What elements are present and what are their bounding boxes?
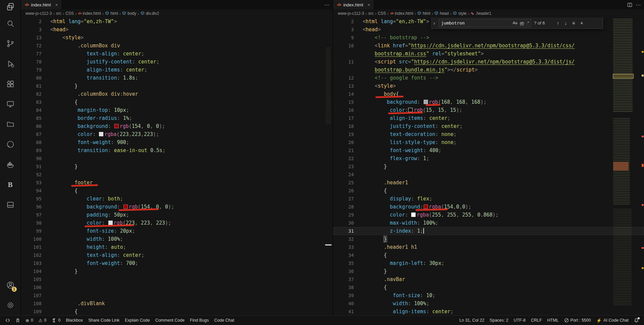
line-number[interactable]: 21: [333, 146, 363, 154]
code-line-93[interactable]: 93footer: [21, 179, 333, 187]
code-line-23[interactable]: 23}: [333, 162, 644, 171]
code-line-83[interactable]: 83{: [21, 98, 333, 106]
code-line-94[interactable]: 94{: [21, 187, 333, 195]
breadcrumb-item-css[interactable]: CSS: [378, 11, 386, 16]
color-swatch[interactable]: [408, 108, 413, 112]
code-line-106[interactable]: 106: [21, 283, 333, 291]
find-close-icon[interactable]: ×: [579, 20, 584, 27]
code-line-13[interactable]: 13<style>: [21, 34, 333, 42]
status-blackbox[interactable]: Blackbox: [63, 316, 86, 325]
find-input[interactable]: jumbotron Aa ab .*: [439, 19, 531, 27]
code-line-24[interactable]: 24: [333, 171, 644, 179]
code-line-18[interactable]: 18justify-content: center;: [333, 122, 644, 130]
code-editor-left[interactable]: 2<html lang="en,zh-TW">3<head>13<style>7…: [21, 17, 333, 315]
code-line-87[interactable]: 87color: rgba(223,223,223);: [21, 130, 333, 138]
code-line-101[interactable]: 101height: auto;: [21, 243, 333, 251]
line-number[interactable]: 40: [333, 299, 363, 308]
line-number[interactable]: 105: [21, 275, 50, 283]
code-line-17[interactable]: 17align-items: center;: [333, 114, 644, 122]
explorer-folder-icon[interactable]: [0, 114, 21, 134]
color-swatch[interactable]: [411, 213, 416, 217]
code-line-104[interactable]: 104}: [21, 267, 333, 275]
status-warnings[interactable]: ⚠0: [36, 316, 49, 325]
line-number[interactable]: 77: [21, 50, 50, 58]
line-number[interactable]: 107: [21, 291, 50, 299]
status-find-bugs[interactable]: Find Bugs: [187, 316, 211, 325]
breadcrumb-item-css[interactable]: CSS: [65, 11, 74, 16]
code-line-72[interactable]: 72.columnBox div: [21, 42, 333, 50]
code-line-27[interactable]: 27display: flex;: [333, 195, 644, 203]
match-case-icon[interactable]: Aa: [513, 21, 517, 25]
line-number[interactable]: 36: [333, 267, 363, 275]
code-line-19[interactable]: 19text-decoration: none;: [333, 130, 644, 138]
code-line-89[interactable]: 89transition: ease-in-out 0.5s;: [21, 146, 333, 154]
settings-icon[interactable]: [0, 295, 21, 315]
code-line-103[interactable]: 103font-weight: 700;: [21, 259, 333, 267]
code-line-30[interactable]: 30max-width: 100%;: [333, 219, 644, 227]
line-number[interactable]: 13: [333, 82, 363, 90]
split-editor-icon[interactable]: [627, 2, 632, 7]
color-swatch[interactable]: [424, 204, 428, 209]
code-line-39[interactable]: 39font-size: 10;: [333, 291, 644, 299]
line-number[interactable]: [333, 50, 363, 58]
line-number[interactable]: 81: [21, 82, 50, 90]
find-in-selection-icon[interactable]: ≡: [571, 20, 576, 27]
code-line-31[interactable]: 31z-index: 1;: [333, 227, 644, 235]
breadcrumb-item-body[interactable]: body: [122, 11, 136, 16]
more-actions-icon[interactable]: ⋯: [324, 2, 329, 7]
line-number[interactable]: 34: [333, 251, 363, 259]
status-blackbox-rocket[interactable]: [13, 316, 23, 325]
status-cursor-position[interactable]: Ln 31, Col 22: [457, 316, 487, 325]
line-number[interactable]: 24: [333, 171, 363, 179]
line-number[interactable]: 9: [333, 34, 363, 42]
line-number[interactable]: 85: [21, 114, 50, 122]
code-line-9[interactable]: 9<!-- bootstrap -->: [333, 34, 644, 42]
code-line-25[interactable]: 25.header1: [333, 179, 644, 187]
code-line-15[interactable]: 15background: rgb(168, 168, 168);: [333, 98, 644, 106]
line-number[interactable]: 26: [333, 187, 363, 195]
line-number[interactable]: 17: [333, 114, 363, 122]
line-number[interactable]: 32: [333, 235, 363, 243]
line-number[interactable]: 109: [21, 308, 50, 315]
line-number[interactable]: 89: [21, 146, 50, 154]
whole-word-icon[interactable]: ab: [520, 21, 524, 25]
account-icon[interactable]: 1: [0, 275, 21, 295]
breadcrumb-item-index-html[interactable]: </>index.html: [390, 11, 413, 16]
search-icon[interactable]: [0, 13, 21, 34]
line-number[interactable]: 11: [333, 58, 363, 66]
code-editor-right[interactable]: 2<html lang="en,zh-TW">3<head>9<!-- boot…: [333, 17, 644, 315]
breadcrumb-item-head[interactable]: head: [434, 11, 449, 16]
breadcrumb-item-index-html[interactable]: </>index.html: [78, 11, 101, 16]
status-eol[interactable]: CRLF: [528, 316, 545, 325]
line-number[interactable]: 95: [21, 195, 50, 203]
code-line-16[interactable]: 16color:rgb(15, 15, 15);: [333, 106, 644, 114]
code-line-99[interactable]: 99font-size: 20px;: [21, 227, 333, 235]
code-line-wrap[interactable]: bootstrap.bundle.min.js"></script>: [333, 66, 644, 74]
source-control-icon[interactable]: [0, 34, 21, 54]
code-line-12[interactable]: 12<!-- google fonts -->: [333, 74, 644, 82]
breadcrumb-item--header1[interactable]: ∿.header1: [471, 11, 491, 16]
code-line-98[interactable]: 98color: rgb(223, 223, 223);: [21, 219, 333, 227]
status-broadcast[interactable]: 0: [49, 316, 63, 325]
code-line-78[interactable]: 78justify-content: center;: [21, 58, 333, 66]
line-number[interactable]: 72: [21, 42, 50, 50]
line-number[interactable]: 29: [333, 211, 363, 219]
code-line-82[interactable]: 82.columnBox div:hover: [21, 90, 333, 98]
app-logo-icon[interactable]: [0, 0, 21, 13]
line-number[interactable]: 14: [333, 90, 363, 98]
docker-icon[interactable]: [0, 154, 21, 175]
code-line-86[interactable]: 86background: rgb(154, 0, 0);: [21, 122, 333, 130]
status-share-code-link[interactable]: Share Code Link: [86, 316, 122, 325]
line-number[interactable]: 16: [333, 106, 363, 114]
line-number[interactable]: 2: [333, 17, 363, 26]
line-number[interactable]: 97: [21, 211, 50, 219]
status-code-chat[interactable]: Code Chat: [211, 316, 237, 325]
line-number[interactable]: 106: [21, 283, 50, 291]
line-number[interactable]: 94: [21, 187, 50, 195]
code-line-109[interactable]: 109{: [21, 308, 333, 315]
status-language-mode[interactable]: HTML: [545, 316, 561, 325]
line-number[interactable]: 23: [333, 162, 363, 171]
github-icon[interactable]: [0, 134, 21, 154]
line-number[interactable]: 19: [333, 130, 363, 138]
line-number[interactable]: 25: [333, 179, 363, 187]
